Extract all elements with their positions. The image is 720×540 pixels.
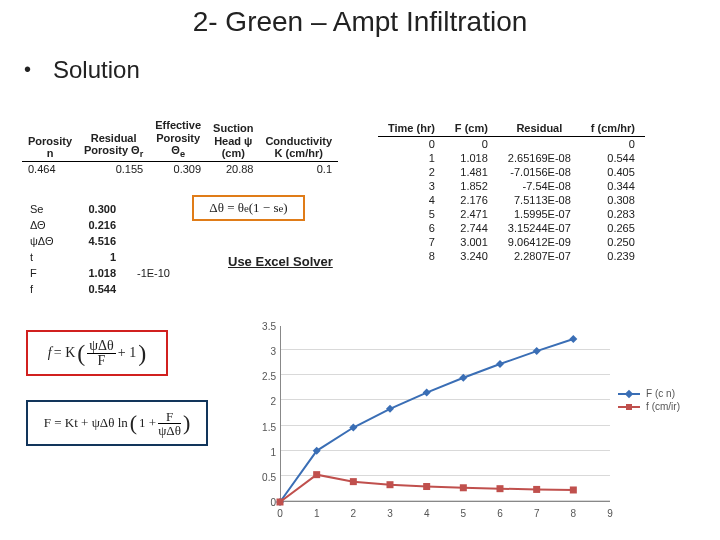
derived-row: F1.018-1E-10	[24, 266, 176, 280]
table-row: 31.852-7.54E-080.344	[378, 179, 645, 193]
table-row: 62.7443.15244E-070.265	[378, 221, 645, 235]
svg-rect-8	[570, 486, 577, 493]
chart-ytick: 3	[254, 346, 276, 357]
chart-ytick: 2.5	[254, 371, 276, 382]
chart-xtick: 9	[607, 508, 613, 519]
svg-rect-1	[313, 471, 320, 478]
page-title: 2- Green – Ampt Infiltration	[0, 6, 720, 38]
val-tr: 0.155	[78, 162, 149, 176]
params-table: Porosityn ResidualPorosity Θr EffectiveP…	[22, 118, 338, 176]
legend-swatch-blue	[618, 393, 640, 395]
val-psi: 20.88	[207, 162, 259, 176]
col-resid: Residual	[498, 120, 581, 137]
col-fcmhr: f (cm/hr)	[581, 120, 645, 137]
table-row: 73.0019.06412E-090.250	[378, 235, 645, 249]
chart: 00.511.522.533.5 0123456789 F (c n) f (c…	[250, 322, 680, 522]
svg-rect-6	[497, 485, 504, 492]
val-n: 0.464	[22, 162, 78, 176]
col-Fcm: F (cm)	[445, 120, 498, 137]
derived-row: ψΔΘ4.516	[24, 234, 176, 248]
solver-note: Use Excel Solver	[228, 254, 333, 269]
formula-f-small: f = K ( ψΔθ F + 1 )	[26, 330, 168, 376]
bullet-dot: •	[24, 58, 31, 80]
derived-row: Se0.300	[24, 202, 176, 216]
legend-label-f: f (cm/ir)	[646, 401, 680, 412]
col-res-porosity: ResidualPorosity Θr	[78, 118, 149, 162]
derived-row: f0.544	[24, 282, 176, 296]
chart-xtick: 1	[314, 508, 320, 519]
val-k: 0.1	[259, 162, 338, 176]
derived-values-table: Se0.300ΔΘ0.216ψΔΘ4.516t1F1.018-1E-10f0.5…	[22, 200, 178, 298]
legend-item-f: f (cm/ir)	[618, 401, 680, 412]
chart-ytick: 2	[254, 396, 276, 407]
results-table: Time (hr) F (cm) Residual f (cm/hr) 0001…	[378, 120, 645, 263]
legend-label-F: F (c n)	[646, 388, 675, 399]
chart-xtick: 7	[534, 508, 540, 519]
table-row: 83.2402.2807E-070.239	[378, 249, 645, 263]
table-row: 11.0182.65169E-080.544	[378, 151, 645, 165]
chart-xtick: 8	[571, 508, 577, 519]
svg-rect-3	[387, 481, 394, 488]
svg-rect-7	[533, 486, 540, 493]
formula-f-big: F = Kt + ψΔθ ln ( 1 + F ψΔθ )	[26, 400, 208, 446]
svg-rect-2	[350, 478, 357, 485]
col-conductivity: ConductivityK (cm/hr)	[259, 118, 338, 162]
chart-xtick: 4	[424, 508, 430, 519]
col-suction: SuctionHead ψ(cm)	[207, 118, 259, 162]
chart-ytick: 0	[254, 497, 276, 508]
bullet-text: Solution	[53, 56, 140, 83]
svg-rect-0	[277, 499, 284, 506]
chart-svg	[280, 326, 610, 502]
table-row: 21.481-7.0156E-080.405	[378, 165, 645, 179]
bullet-solution: •Solution	[24, 56, 140, 84]
table-row: 52.4711.5995E-070.283	[378, 207, 645, 221]
legend-item-F: F (c n)	[618, 388, 680, 399]
chart-xtick: 5	[461, 508, 467, 519]
svg-rect-4	[423, 483, 430, 490]
chart-xtick: 6	[497, 508, 503, 519]
chart-ytick: 1	[254, 446, 276, 457]
table-row: 000	[378, 137, 645, 152]
val-te: 0.309	[149, 162, 207, 176]
chart-ytick: 0.5	[254, 471, 276, 482]
table-row: 42.1767.5113E-080.308	[378, 193, 645, 207]
chart-xtick: 3	[387, 508, 393, 519]
col-porosity: Porosityn	[22, 118, 78, 162]
svg-rect-5	[460, 484, 467, 491]
derived-row: t1	[24, 250, 176, 264]
legend-swatch-red	[618, 406, 640, 408]
chart-ytick: 3.5	[254, 321, 276, 332]
chart-xtick: 0	[277, 508, 283, 519]
col-eff-porosity: EffectivePorosityΘe	[149, 118, 207, 162]
chart-xtick: 2	[351, 508, 357, 519]
chart-legend: F (c n) f (cm/ir)	[618, 386, 680, 414]
params-row: 0.464 0.155 0.309 20.88 0.1	[22, 162, 338, 176]
col-time: Time (hr)	[378, 120, 445, 137]
derived-row: ΔΘ0.216	[24, 218, 176, 232]
chart-ytick: 1.5	[254, 421, 276, 432]
formula-delta-theta: Δθ = θe(1 − se)	[192, 195, 305, 221]
